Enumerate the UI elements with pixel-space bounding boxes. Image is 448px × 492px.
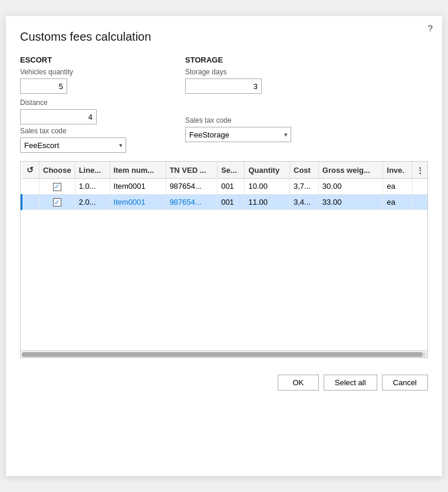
row-item-num: Item0001	[110, 194, 166, 210]
distance-label: Distance	[20, 99, 126, 107]
scrollbar-track[interactable]	[22, 352, 426, 357]
storage-tax-dropdown[interactable]: FeeEscort FeeStorage	[185, 127, 291, 142]
table-header-row: ↺ Choose Line... Item num... TN VED ... …	[22, 162, 428, 179]
row-line: 1.0...	[75, 179, 110, 195]
cancel-button[interactable]: Cancel	[382, 375, 428, 391]
row-inve: ea	[383, 179, 413, 195]
dialog-container: ? Customs fees calculation ESCORT Vehicl…	[6, 16, 442, 476]
storage-label: STORAGE	[185, 55, 291, 64]
row-checkbox[interactable]: ✓	[53, 198, 61, 206]
row-refresh-cell	[22, 194, 39, 210]
footer: OK Select all Cancel	[20, 368, 428, 391]
row-tn-ved-link[interactable]: 987654...	[170, 198, 202, 206]
col-quantity: Quantity	[245, 162, 290, 179]
vehicles-label: Vehicles quantity	[20, 68, 126, 76]
col-inve: Inve.	[383, 162, 413, 179]
row-item-num-link[interactable]: Item0001	[114, 198, 146, 206]
table-wrapper: ↺ Choose Line... Item num... TN VED ... …	[21, 162, 427, 350]
col-line: Line...	[75, 162, 110, 179]
row-cost: 3,4...	[290, 194, 319, 210]
row-se: 001	[218, 179, 245, 195]
storage-section: STORAGE Storage days Sales tax code FeeE…	[185, 55, 291, 142]
row-tn-ved: 987654...	[166, 194, 218, 210]
row-quantity: 11.00	[245, 194, 290, 210]
dialog-title: Customs fees calculation	[20, 30, 428, 44]
col-refresh[interactable]: ↺	[22, 162, 39, 179]
data-table: ↺ Choose Line... Item num... TN VED ... …	[21, 162, 427, 210]
storage-days-label: Storage days	[185, 68, 291, 76]
help-icon[interactable]: ?	[428, 23, 433, 33]
distance-group: Distance Sales tax code FeeEscort FeeSto…	[20, 99, 126, 153]
refresh-icon[interactable]: ↺	[27, 165, 34, 175]
horizontal-scrollbar[interactable]	[21, 350, 427, 357]
row-line: 2.0...	[75, 194, 110, 210]
storage-sales-tax-label: Sales tax code	[185, 116, 291, 124]
distance-input[interactable]	[20, 109, 97, 124]
row-inve: ea	[383, 194, 413, 210]
table-row[interactable]: ✓1.0...Item0001987654...00110.003,7...30…	[22, 179, 428, 195]
row-refresh-cell	[22, 179, 39, 195]
row-gross-weight: 33.00	[318, 194, 383, 210]
row-quantity: 10.00	[245, 179, 290, 195]
scrollbar-thumb[interactable]	[22, 352, 423, 357]
col-gross-weight: Gross weig...	[318, 162, 383, 179]
escort-sales-tax-label: Sales tax code	[20, 127, 126, 135]
row-cost: 3,7...	[290, 179, 319, 195]
col-more[interactable]: ⋮	[413, 162, 428, 179]
row-checkbox[interactable]: ✓	[53, 183, 61, 191]
col-tn-ved: TN VED ...	[166, 162, 218, 179]
col-item-num: Item num...	[110, 162, 166, 179]
ok-button[interactable]: OK	[278, 375, 319, 391]
table-row[interactable]: ✓2.0...Item0001987654...00111.003,4...33…	[22, 194, 428, 210]
empty-area	[21, 210, 427, 340]
row-more	[413, 179, 428, 195]
col-se: Se...	[218, 162, 245, 179]
table-body: ✓1.0...Item0001987654...00110.003,7...30…	[22, 179, 428, 210]
row-gross-weight: 30.00	[318, 179, 383, 195]
storage-days-input[interactable]	[185, 78, 262, 94]
escort-section: ESCORT Vehicles quantity Distance Sales …	[20, 55, 126, 153]
storage-tax-dropdown-wrapper: FeeEscort FeeStorage ▾	[185, 127, 291, 142]
escort-label: ESCORT	[20, 55, 126, 64]
escort-tax-dropdown[interactable]: FeeEscort FeeStorage	[20, 137, 126, 153]
row-tn-ved: 987654...	[166, 179, 218, 195]
data-table-container: ↺ Choose Line... Item num... TN VED ... …	[20, 161, 428, 358]
row-choose-cell[interactable]: ✓	[39, 194, 75, 210]
select-all-button[interactable]: Select all	[324, 375, 377, 391]
col-cost: Cost	[290, 162, 319, 179]
escort-tax-dropdown-wrapper: FeeEscort FeeStorage ▾	[20, 137, 126, 153]
form-area: ESCORT Vehicles quantity Distance Sales …	[20, 55, 428, 153]
vehicles-input[interactable]	[20, 78, 67, 94]
row-choose-cell[interactable]: ✓	[39, 179, 75, 195]
row-more	[413, 194, 428, 210]
row-se: 001	[218, 194, 245, 210]
col-choose: Choose	[39, 162, 75, 179]
row-item-num: Item0001	[110, 179, 166, 195]
